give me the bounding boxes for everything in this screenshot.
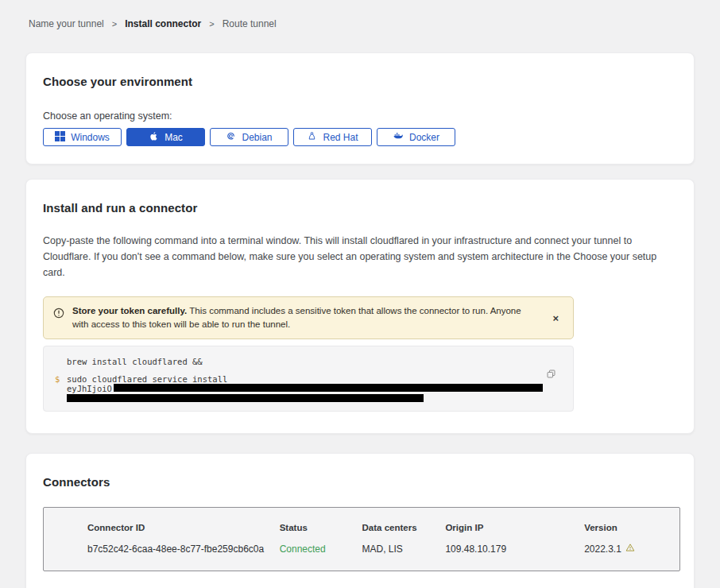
card-title-connectors: Connectors: [43, 475, 677, 489]
data-centers-value: MAD, LIS: [362, 544, 446, 555]
token-warning-text: Store your token carefully. This command…: [72, 304, 533, 331]
version-value: 2022.3.1: [584, 544, 621, 555]
os-button-docker[interactable]: Docker: [377, 128, 455, 146]
warning-triangle-icon: [625, 543, 635, 555]
close-icon[interactable]: ×: [548, 311, 563, 325]
status-badge: Connected: [280, 544, 362, 555]
breadcrumb-route-tunnel[interactable]: Route tunnel: [223, 18, 277, 29]
token-prefix: eyJhIjoiO: [67, 384, 112, 393]
os-button-label: Docker: [409, 132, 439, 143]
connectors-table: Connector ID Status Data centers Origin …: [43, 507, 680, 571]
connectors-card: Connectors Connector ID Status Data cent…: [25, 453, 695, 588]
token-warning-banner: Store your token carefully. This command…: [43, 296, 574, 339]
os-button-label: Windows: [71, 132, 110, 143]
breadcrumb-name-your-tunnel[interactable]: Name your tunnel: [29, 18, 104, 29]
copy-icon[interactable]: [544, 367, 558, 383]
breadcrumb-separator: >: [112, 19, 117, 29]
redacted-token-bar: [114, 384, 543, 392]
install-command-codeblock: brew install cloudflared && $ sudo cloud…: [43, 346, 574, 412]
header-status: Status: [280, 523, 362, 532]
debian-icon: [226, 131, 236, 144]
alert-circle-icon: [53, 308, 64, 322]
os-select-label: Choose an operating system:: [43, 110, 677, 122]
code-gutter: [55, 384, 67, 393]
install-connector-card: Install and run a connector Copy-paste t…: [25, 179, 695, 434]
code-line-sudo: sudo cloudflared service install: [67, 374, 227, 384]
os-button-label: Mac: [165, 132, 183, 143]
os-button-debian[interactable]: Debian: [210, 128, 288, 146]
choose-environment-card: Choose your environment Choose an operat…: [25, 52, 695, 164]
os-button-label: Red Hat: [323, 132, 358, 143]
os-button-redhat[interactable]: Red Hat: [293, 128, 372, 146]
os-button-mac[interactable]: Mac: [126, 128, 205, 146]
header-origin-ip: Origin IP: [445, 523, 584, 532]
connector-id-value: b7c52c42-6caa-48ee-8c77-fbe259cb6c0a: [87, 544, 280, 555]
breadcrumb-separator: >: [209, 19, 214, 29]
apple-icon: [149, 131, 159, 144]
breadcrumb: Name your tunnel > Install connector > R…: [0, 0, 720, 29]
os-button-group: Windows Mac Debian Red Hat Docker: [43, 128, 677, 146]
table-row: b7c52c42-6caa-48ee-8c77-fbe259cb6c0a Con…: [87, 543, 679, 555]
header-version: Version: [584, 523, 679, 532]
docker-icon: [393, 130, 404, 144]
install-description: Copy-paste the following command into a …: [43, 233, 677, 280]
redhat-icon: [307, 131, 317, 144]
code-line-brew: brew install cloudflared &&: [67, 357, 203, 366]
origin-ip-value: 109.48.10.179: [445, 544, 584, 555]
prompt-symbol: $: [55, 374, 67, 384]
breadcrumb-install-connector[interactable]: Install connector: [125, 18, 201, 29]
connectors-table-header: Connector ID Status Data centers Origin …: [87, 523, 679, 532]
token-warning-title: Store your token carefully.: [72, 306, 187, 315]
windows-icon: [55, 131, 65, 144]
os-button-windows[interactable]: Windows: [43, 128, 122, 146]
card-title-environment: Choose your environment: [43, 75, 677, 88]
os-button-label: Debian: [242, 132, 272, 143]
redacted-token-bar: [67, 394, 424, 402]
code-gutter: [55, 357, 67, 366]
header-data-centers: Data centers: [362, 523, 446, 532]
header-connector-id: Connector ID: [87, 523, 280, 532]
card-title-install: Install and run a connector: [43, 201, 677, 215]
